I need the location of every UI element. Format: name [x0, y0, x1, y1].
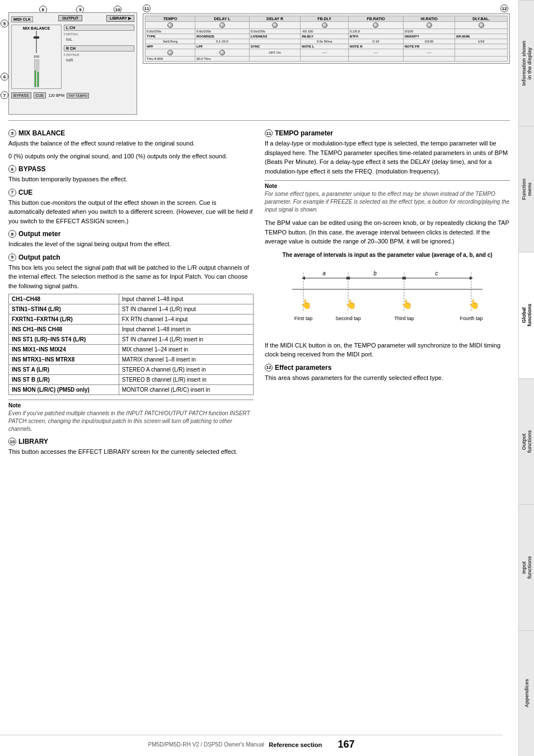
output-meter-title: Output meter: [18, 230, 60, 238]
table-row: INS ST A (L/R)STEREO A channel (L/R) ins…: [9, 365, 254, 375]
tab-global-functions[interactable]: Globalfunctions: [519, 252, 534, 378]
note-tempo-text: For some effect types, a parameter uniqu…: [265, 190, 510, 214]
table-cell-signal: CH1–CH48: [9, 294, 119, 304]
table-cell-signal: INS ST B (L/R): [9, 375, 119, 385]
table-cell-desc: Input channel 1–48 insert in: [119, 325, 253, 335]
bypass-title: BYPASS: [18, 165, 45, 173]
tempo-title: TEMPO parameter: [275, 129, 333, 137]
right-tabs: Information shownin the display Function…: [518, 0, 534, 756]
effect-col-dlyratio: DLY.BAL.: [455, 16, 508, 22]
knob-dlyratio[interactable]: [479, 22, 484, 28]
svg-text:👆: 👆: [401, 299, 413, 309]
svg-text:b: b: [373, 270, 377, 276]
effect-col-hiratio: HI.RATIO: [404, 16, 455, 22]
tab-output-functions[interactable]: Outputfunctions: [519, 378, 534, 504]
table-row: INS MON (L/R/C) (PM5D only)MONITOR chann…: [9, 385, 254, 395]
fxir-label: fxIR: [66, 58, 134, 62]
tempo-text3: If the MIDI CLK button is on, the TEMPO …: [265, 341, 510, 359]
tab-function-menu[interactable]: Functionmenu: [519, 126, 534, 252]
table-cell-desc: STEREO B channel (L/R) insert in: [119, 375, 253, 385]
svg-text:Third tap: Third tap: [394, 316, 414, 321]
knob-hpf[interactable]: [167, 50, 173, 55]
knob-hiratio[interactable]: [427, 22, 432, 28]
table-cell-signal: INS ST A (L/R): [9, 365, 119, 375]
mix-balance-text2: 0 (%) outputs only the original sound, a…: [8, 152, 254, 161]
svg-text:Fourth tap: Fourth tap: [460, 316, 483, 321]
effect-col-delayr: DELAY R: [249, 16, 300, 22]
table-row: CH1–CH48Input channel 1–48 input: [9, 294, 254, 304]
knob-tempo[interactable]: [167, 22, 173, 28]
rch-sub-label: FXRTN1R: [64, 53, 134, 57]
table-cell-signal: STIN1–STIN4 (L/R): [9, 304, 119, 314]
knob-delayr[interactable]: [272, 22, 278, 28]
svg-text:👆: 👆: [345, 299, 357, 309]
note-patch-box: Note Even if you've patched multiple cha…: [8, 400, 254, 433]
library-button[interactable]: LIBRARY ▶: [106, 15, 134, 22]
val-100-diag: 100: [34, 55, 39, 58]
effect-params-title: Effect parameters: [275, 364, 331, 372]
circle-6-left: 6: [1, 73, 10, 81]
signal-table: CH1–CH48Input channel 1–48 inputSTIN1–ST…: [8, 294, 254, 395]
circle-7-left: 7: [1, 91, 10, 99]
tempo-text1: If a delay-type or modulation-type effec…: [265, 139, 510, 176]
circle-10: 10: [8, 438, 16, 445]
table-cell-desc: MONITOR channel (L/R/C) insert in: [119, 385, 253, 395]
note-patch-text: Even if you've patched multiple channels…: [8, 410, 254, 433]
table-cell-desc: FX RTN channel 1–4 input: [119, 314, 253, 325]
mix-balance-title: MIX BALANCE: [18, 129, 65, 137]
knob-lpf[interactable]: [219, 50, 225, 55]
section-bypass: 6 BYPASS This button temporarily bypasse…: [8, 165, 254, 184]
svg-text:👆: 👆: [469, 299, 480, 309]
rch-label: R CH: [64, 45, 134, 51]
output-patch-text: This box lets you select the signal path…: [8, 263, 254, 291]
output-label: OUTPUT: [58, 15, 82, 21]
knob-delayl[interactable]: [219, 22, 225, 28]
effect-col-fbratio: FB.RATIO: [348, 16, 403, 22]
ref-section-label: Reference section: [269, 741, 322, 748]
table-cell-desc: ST IN channel 1–4 (L/R) input: [119, 304, 253, 314]
section-mix-balance: 5 MIX BALANCE Adjusts the balance of the…: [8, 129, 254, 161]
section-effect-params: 12 Effect parameters This area shows par…: [265, 364, 510, 383]
effect-col-tempo: TEMPO: [146, 16, 195, 22]
table-cell-signal: INS MON (L/R/C) (PM5D only): [9, 385, 119, 395]
tab-information[interactable]: Information shownin the display: [519, 0, 534, 126]
bpm-diag-label: 120 BPM: [48, 93, 64, 97]
lch-sub-label: FXRTN1L: [64, 32, 134, 36]
tap-diagram-svg: a b c: [265, 261, 510, 334]
tab-appendices[interactable]: Appendices: [519, 630, 534, 756]
bypass-text: This button temporarily bypasses the eff…: [8, 175, 254, 184]
table-cell-signal: INS MIX1–INS MIX24: [9, 345, 119, 355]
table-cell-signal: INS CH1–INS CH48: [9, 325, 119, 335]
circle-5: 5: [8, 129, 16, 137]
knob-fbdly[interactable]: [322, 22, 327, 28]
table-row: FXRTN1–FXRTN4 (L/R)FX RTN channel 1–4 in…: [9, 314, 254, 325]
table-row: INS MTRX1–INS MTRX8MATRIX channel 1–8 in…: [9, 355, 254, 365]
knob-fbratio[interactable]: [373, 22, 378, 28]
output-meter-text: Indicates the level of the signal being …: [8, 240, 254, 249]
section-cue: 7 CUE This button cue-monitors the outpu…: [8, 189, 254, 226]
table-cell-signal: FXRTN1–FXRTN4 (L/R): [9, 314, 119, 325]
svg-text:First tap: First tap: [294, 316, 313, 321]
table-cell-desc: MIX channel 1–24 insert in: [119, 345, 253, 355]
svg-text:Second tap: Second tap: [335, 316, 361, 321]
circle-12: 12: [500, 4, 508, 12]
cue-diag-button[interactable]: CUE: [34, 92, 46, 98]
library-title: LIBRARY: [18, 438, 48, 445]
table-cell-signal: INS MTRX1–INS MTRX8: [9, 355, 119, 365]
tap-tempo-diag-button[interactable]: TAP TEMPO: [67, 93, 89, 98]
circle-8: 8: [8, 230, 16, 238]
table-cell-desc: Input channel 1–48 input: [119, 294, 253, 304]
note-tempo-box: Note For some effect types, a parameter …: [265, 180, 510, 214]
tab-input-functions[interactable]: Inputfunctions: [519, 504, 534, 630]
svg-text:c: c: [435, 270, 438, 276]
bypass-diag-button[interactable]: BYPASS: [11, 92, 31, 98]
effect-col-fbdly: FB.DLY: [301, 16, 349, 22]
footer-model: PM5D/PM5D-RH V2 / DSP5D Owner's Manual: [148, 741, 264, 748]
page-number: 167: [338, 739, 354, 750]
mix-balance-diag-label: MIX BALANCE: [13, 26, 60, 30]
section-output-patch: 9 Output patch This box lets you select …: [8, 253, 254, 434]
circle-11: 11: [143, 4, 151, 12]
table-row: STIN1–STIN4 (L/R)ST IN channel 1–4 (L/R)…: [9, 304, 254, 314]
circle-9: 9: [8, 253, 16, 261]
output-patch-title: Output patch: [18, 253, 60, 261]
